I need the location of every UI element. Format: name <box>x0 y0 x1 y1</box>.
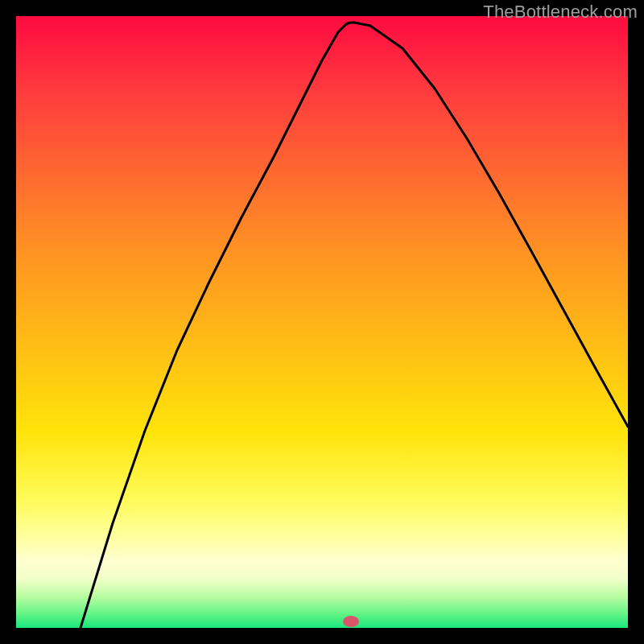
bottleneck-curve <box>16 16 628 628</box>
watermark-text: TheBottleneck.com <box>483 2 638 23</box>
plot-area <box>16 16 628 628</box>
optimal-point-marker <box>343 616 359 627</box>
chart-frame: TheBottleneck.com <box>0 0 644 644</box>
